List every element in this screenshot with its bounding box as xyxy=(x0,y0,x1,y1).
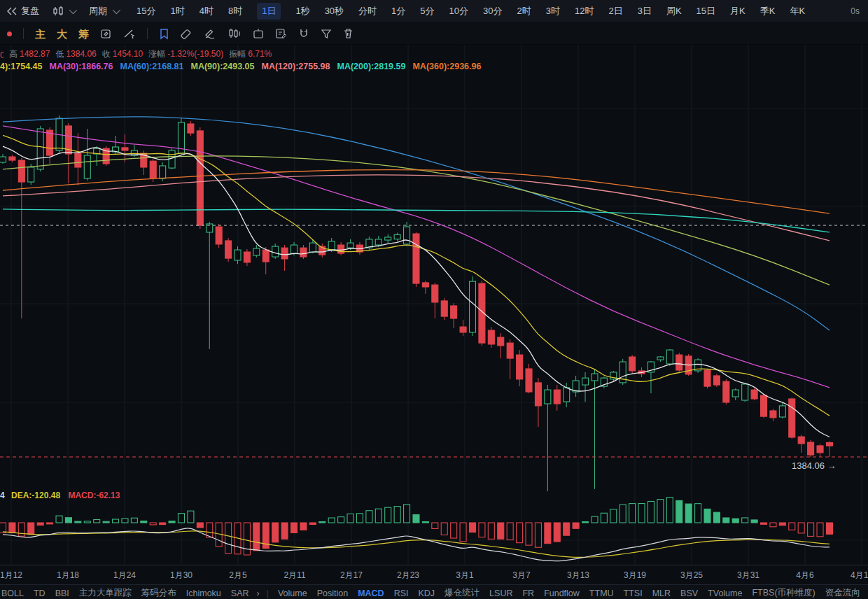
sub-indicator-BSV[interactable]: BSV xyxy=(680,589,698,598)
period-tab-2日[interactable]: 2日 xyxy=(608,5,622,17)
period-tab-30秒[interactable]: 30秒 xyxy=(325,5,344,17)
big-order-button[interactable]: 大 xyxy=(57,29,67,39)
drawing-toolbar: 主 大 筹 xyxy=(0,23,868,45)
replay-label: 复盘 xyxy=(21,5,39,17)
replay-button[interactable]: 复盘 xyxy=(7,5,39,17)
overlay-indicator-主力大单跟踪[interactable]: 主力大单跟踪 xyxy=(79,587,132,599)
date-tick-label: 4月12 xyxy=(846,570,868,582)
period-tab-年K[interactable]: 年K xyxy=(790,5,805,17)
date-tick-label: 3月19 xyxy=(620,570,650,582)
filter-icon[interactable] xyxy=(321,29,332,39)
period-tab-12时[interactable]: 12时 xyxy=(575,5,594,17)
sub-indicator-Fundflow[interactable]: Fundflow xyxy=(544,589,580,598)
trash-icon[interactable] xyxy=(343,28,354,39)
period-tab-8时[interactable]: 8时 xyxy=(228,5,242,17)
trendline-tool-icon[interactable] xyxy=(123,28,136,39)
period-dropdown[interactable]: 周期 xyxy=(89,5,118,17)
sub-indicator-FR[interactable]: FR xyxy=(522,589,534,598)
expand-indicators-icon[interactable]: › xyxy=(257,589,260,598)
date-tick-label: 3月31 xyxy=(733,570,764,582)
overlay-indicator-BOLL[interactable]: BOLL xyxy=(1,589,24,598)
date-tick-label: 1月24 xyxy=(109,570,140,582)
period-tab-1时[interactable]: 1时 xyxy=(170,5,184,17)
period-label: 周期 xyxy=(89,5,107,17)
period-tab-30分[interactable]: 30分 xyxy=(483,5,502,17)
divider: | xyxy=(267,589,269,598)
overlay-indicator-筹码分布[interactable]: 筹码分布 xyxy=(141,587,176,599)
sub-indicator-LSUR[interactable]: LSUR xyxy=(489,589,512,598)
main-chart-button[interactable]: 主 xyxy=(35,29,46,39)
chevron-down-icon xyxy=(69,6,77,14)
period-tab-15分[interactable]: 15分 xyxy=(136,5,155,17)
sub-indicator-资金流向[interactable]: 资金流向 xyxy=(825,587,860,599)
position-box-icon[interactable] xyxy=(253,28,264,39)
period-tab-15日[interactable]: 15日 xyxy=(696,5,715,17)
overlay-indicator-SAR[interactable]: SAR xyxy=(231,589,249,598)
pattern-tool-icon[interactable] xyxy=(227,28,241,39)
date-tick-label: 1月12 xyxy=(0,570,27,582)
sub-indicator-KDJ[interactable]: KDJ xyxy=(418,589,435,598)
period-tab-1秒[interactable]: 1秒 xyxy=(295,5,309,17)
chart-canvas[interactable] xyxy=(0,45,868,565)
period-tab-4时[interactable]: 4时 xyxy=(200,5,214,17)
candlestick-chart[interactable]: 0高1482.87低1384.06收1454.10涨幅-1.32%(-19.50… xyxy=(0,45,868,565)
sub-indicator-TTSI[interactable]: TTSI xyxy=(624,589,643,598)
magnet-icon[interactable] xyxy=(298,28,309,39)
backtest-icon[interactable] xyxy=(100,28,112,40)
period-tab-10分[interactable]: 10分 xyxy=(449,5,468,17)
chips-button[interactable]: 筹 xyxy=(78,29,89,39)
date-tick-label: 1月18 xyxy=(52,570,83,582)
sub-indicator-Volume[interactable]: Volume xyxy=(278,589,307,598)
record-dot-icon xyxy=(7,31,12,36)
sub-indicator-TTMU[interactable]: TTMU xyxy=(589,589,614,598)
period-tab-分时[interactable]: 分时 xyxy=(358,5,377,17)
pen-icon[interactable] xyxy=(204,28,216,39)
period-tab-5分[interactable]: 5分 xyxy=(420,5,434,17)
sub-indicator-爆仓统计[interactable]: 爆仓统计 xyxy=(444,587,479,599)
sub-indicator-MACD[interactable]: MACD xyxy=(358,589,384,598)
period-tab-2时[interactable]: 2时 xyxy=(517,5,531,17)
date-tick-label: 4月6 xyxy=(790,570,820,582)
date-tick-label: 3月1 xyxy=(449,570,480,582)
date-tick-label: 3月25 xyxy=(676,570,707,582)
period-tab-3日[interactable]: 3日 xyxy=(638,5,652,17)
rewind-icon xyxy=(7,7,17,15)
date-tick-label: 2月17 xyxy=(336,570,367,582)
date-axis: 1月121月181月241月302月52月112月172月233月13月73月1… xyxy=(0,565,868,584)
candlestick-icon xyxy=(53,6,64,16)
divider xyxy=(147,28,148,39)
sub-indicator-MLR[interactable]: MLR xyxy=(652,589,671,598)
period-tabs: 15分1时4时8时1日1秒30秒分时1分5分10分30分2时3时12时2日3日周… xyxy=(136,3,850,20)
period-tab-月K[interactable]: 月K xyxy=(730,5,746,17)
period-tab-1日[interactable]: 1日 xyxy=(257,3,281,20)
date-tick-label: 1月30 xyxy=(166,570,197,582)
date-tick-label: 2月11 xyxy=(279,570,310,582)
period-tab-1分[interactable]: 1分 xyxy=(391,5,405,17)
period-tab-季K[interactable]: 季K xyxy=(760,5,776,17)
chevron-down-icon xyxy=(113,6,120,14)
date-tick-label: 3月7 xyxy=(506,570,537,582)
timer-text: 0s xyxy=(850,6,860,16)
kline-style-dropdown[interactable] xyxy=(53,6,75,16)
bookmark-tool-icon[interactable] xyxy=(159,28,169,40)
period-tab-3时[interactable]: 3时 xyxy=(546,5,560,17)
date-tick-label: 2月23 xyxy=(393,570,424,582)
sub-indicator-FTBS(币种维度)[interactable]: FTBS(币种维度) xyxy=(752,587,815,599)
overlay-indicator-BBI[interactable]: BBI xyxy=(55,589,69,598)
overlay-indicator-TD[interactable]: TD xyxy=(34,589,46,598)
overlay-indicator-Ichimoku[interactable]: Ichimoku xyxy=(186,589,221,598)
sub-indicator-Position[interactable]: Position xyxy=(317,589,348,598)
sub-indicator-TVolume[interactable]: TVolume xyxy=(708,589,742,598)
divider xyxy=(23,28,24,39)
top-bar: 复盘 周期 15分1时4时8时1日1秒30秒分时1分5分10分30分2时3时12… xyxy=(0,0,868,23)
period-tab-周K[interactable]: 周K xyxy=(666,5,682,17)
sub-indicator-RSI[interactable]: RSI xyxy=(394,589,409,598)
eraser-icon[interactable] xyxy=(181,29,192,39)
date-tick-label: 3月13 xyxy=(563,570,594,582)
indicator-bar: BOLLTDBBI主力大单跟踪筹码分布IchimokuSAR›|VolumePo… xyxy=(0,584,868,599)
order-note-icon[interactable] xyxy=(275,28,287,39)
date-tick-label: 2月5 xyxy=(223,570,253,582)
